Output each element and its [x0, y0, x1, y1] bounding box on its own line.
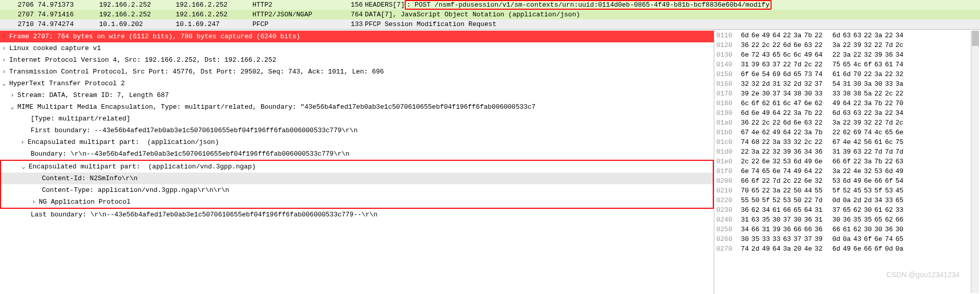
hex-row[interactable]: 01506f6e54696d657374616d70223a2232 [716, 69, 978, 79]
hex-byte[interactable]: 6d [741, 31, 752, 40]
hex-byte[interactable]: 43 [853, 234, 864, 244]
tree-ngap[interactable]: NG Application Protocol [1, 196, 713, 208]
tree-last[interactable]: Last boundary: \r\n--43e56b4afed17eb0ab3… [0, 209, 714, 220]
hex-byte[interactable]: 3a [896, 79, 906, 89]
hex-byte[interactable]: 6d [741, 108, 752, 118]
hex-byte[interactable]: 66 [832, 157, 843, 166]
hex-byte[interactable]: 66 [896, 215, 906, 225]
hex-byte[interactable]: 49 [843, 244, 853, 254]
hex-byte[interactable]: 22 [832, 128, 843, 137]
hex-byte[interactable]: 20 [794, 244, 804, 254]
hex-byte[interactable]: 63 [752, 215, 762, 225]
hex-byte[interactable]: 36 [885, 50, 896, 60]
hex-byte[interactable]: 75 [896, 137, 906, 147]
hex-byte[interactable]: 55 [814, 186, 825, 195]
hex-byte[interactable]: 35 [752, 234, 762, 244]
hex-byte[interactable]: 32 [896, 69, 906, 79]
hex-byte[interactable]: 6d [783, 40, 794, 50]
hex-byte[interactable]: 22 [794, 128, 804, 137]
hex-byte[interactable]: 61 [874, 205, 885, 215]
hex-byte[interactable]: 36 [804, 215, 815, 225]
tree-type[interactable]: [Type: multipart/related] [0, 113, 714, 125]
hex-byte[interactable]: 66 [752, 225, 762, 234]
hex-byte[interactable]: 74 [896, 60, 906, 69]
hex-byte[interactable]: 37 [794, 234, 804, 244]
hex-byte[interactable]: 7b [804, 31, 815, 40]
tree-http2[interactable]: HyperText Transfer Protocol 2 [0, 78, 714, 89]
hex-byte[interactable]: 64 [804, 166, 815, 176]
hex-row[interactable]: 01c07468223a33322c22674e4256616c75 [716, 137, 978, 147]
hex-byte[interactable]: 54 [832, 79, 843, 89]
hex-byte[interactable]: 2d [794, 79, 804, 89]
hex-byte[interactable]: 62 [853, 205, 864, 215]
hex-byte[interactable]: 4e [804, 244, 815, 254]
hex-row[interactable]: 01f06e74656e744964223a224e32536d49 [716, 166, 978, 176]
tree-enc2[interactable]: Encapsulated multipart part: (applicatio… [1, 161, 713, 173]
hex-byte[interactable]: 65 [794, 205, 804, 215]
hex-byte[interactable]: 33 [762, 234, 773, 244]
hex-byte[interactable]: 3a [794, 31, 804, 40]
hex-byte[interactable]: 61 [832, 69, 843, 79]
hex-byte[interactable]: 37 [773, 60, 783, 69]
hex-byte[interactable]: 32 [773, 157, 783, 166]
hex-byte[interactable]: 22 [874, 118, 885, 128]
hex-byte[interactable]: 34 [896, 50, 906, 60]
hex-byte[interactable]: 31 [843, 79, 853, 89]
hex-byte[interactable]: 31 [814, 205, 825, 215]
hex-byte[interactable]: 54 [762, 69, 773, 79]
tree-bound1[interactable]: Boundary: \r\n--43e56b4afed17eb0ab3e1c50… [0, 148, 714, 160]
hex-byte[interactable]: 31 [762, 225, 773, 234]
hex-byte[interactable]: 35 [864, 215, 875, 225]
hex-byte[interactable]: 22 [853, 99, 864, 108]
hex-byte[interactable]: 39 [752, 60, 762, 69]
hex-byte[interactable]: 6f [874, 244, 885, 254]
hex-byte[interactable]: 5f [762, 195, 773, 205]
tree-tcp[interactable]: Transmission Control Protocol, Src Port:… [0, 66, 714, 78]
hex-byte[interactable]: 49 [794, 166, 804, 176]
hex-byte[interactable]: 2c [762, 40, 773, 50]
hex-byte[interactable]: 22 [783, 31, 794, 40]
hex-byte[interactable]: 49 [762, 108, 773, 118]
hex-byte[interactable]: 64 [804, 205, 815, 215]
hex-byte[interactable]: 30 [832, 215, 843, 225]
hex-byte[interactable]: 22 [752, 40, 762, 50]
hex-byte[interactable]: 22 [814, 31, 825, 40]
hex-byte[interactable]: 22 [804, 195, 815, 205]
hex-byte[interactable]: 22 [843, 40, 853, 50]
hex-byte[interactable]: 63 [853, 31, 864, 40]
hex-byte[interactable]: 22 [783, 60, 794, 69]
hex-byte[interactable]: 6d [832, 31, 843, 40]
hex-byte[interactable]: 2e [752, 89, 762, 99]
hex-byte[interactable]: 61 [773, 205, 783, 215]
hex-byte[interactable]: 22 [814, 166, 825, 176]
hex-byte[interactable]: 2c [896, 118, 906, 128]
hex-row[interactable]: 01d0223a223239363436313963227d7d7d [716, 147, 978, 157]
hex-byte[interactable]: 0d [885, 244, 896, 254]
hex-byte[interactable]: 5a [864, 89, 875, 99]
hex-byte[interactable]: 37 [832, 205, 843, 215]
hex-byte[interactable]: 65 [874, 215, 885, 225]
hex-byte[interactable]: 6d [885, 166, 896, 176]
hex-byte[interactable]: 22 [864, 69, 875, 79]
hex-row[interactable]: 01106d6e4964223a7b226d6363223a2234 [716, 31, 978, 40]
hex-byte[interactable]: 22 [752, 118, 762, 128]
hex-byte[interactable]: 7b [814, 128, 825, 137]
hex-byte[interactable]: 33 [885, 195, 896, 205]
hex-byte[interactable]: 35 [762, 215, 773, 225]
hex-byte[interactable]: 65 [896, 195, 906, 205]
hex-byte[interactable]: 22 [814, 60, 825, 69]
hex-byte[interactable]: 22 [762, 137, 773, 147]
hex-byte[interactable]: 3a [773, 186, 783, 195]
hex-row[interactable]: 022055505f525350227d0d0a2d2d343365 [716, 195, 978, 205]
packet-row-2707[interactable]: 2707 74.971416 192.166.2.252 192.166.2.2… [0, 10, 980, 19]
hex-byte[interactable]: 65 [773, 50, 783, 60]
hex-byte[interactable]: 6e [773, 166, 783, 176]
hex-byte[interactable]: 62 [762, 99, 773, 108]
hex-byte[interactable]: 74 [741, 244, 752, 254]
hex-byte[interactable]: 6e [752, 108, 762, 118]
hex-byte[interactable]: 22 [843, 118, 853, 128]
hex-byte[interactable]: 3a [794, 108, 804, 118]
hex-byte[interactable]: 34 [762, 205, 773, 215]
hex-byte[interactable]: 63 [783, 234, 794, 244]
hex-byte[interactable]: 22 [874, 89, 885, 99]
